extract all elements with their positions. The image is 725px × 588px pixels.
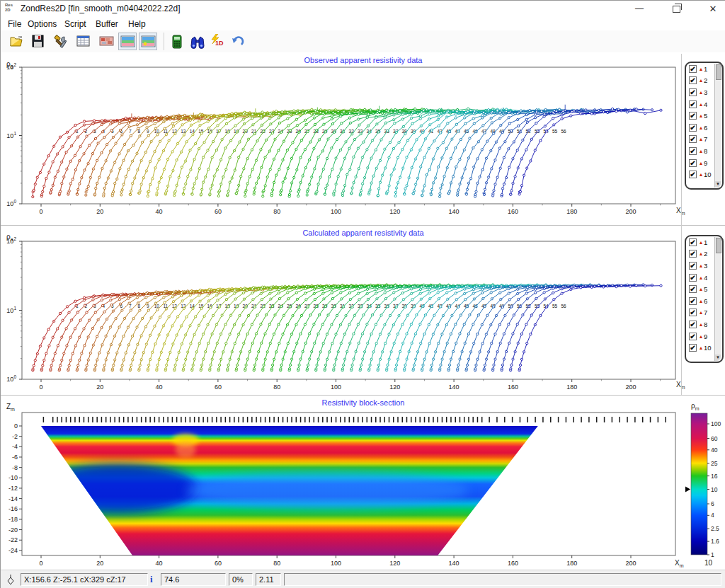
menu-help[interactable]: Help — [125, 18, 149, 30]
series-checkbox-1[interactable]: ✔ — [689, 238, 697, 246]
menu-script[interactable]: Script — [62, 18, 89, 30]
plumb-icon — [6, 575, 15, 586]
model-pseudosection-view-button[interactable] — [139, 33, 157, 50]
series-label: 6 — [704, 124, 707, 132]
series-marker-icon: ▴ — [700, 239, 702, 246]
legend-scrollbar[interactable]: ▼ — [714, 237, 721, 361]
svg-text:40: 40 — [156, 208, 163, 215]
svg-text:-22: -22 — [8, 536, 18, 543]
series-checkbox-9[interactable]: ✔ — [689, 159, 697, 167]
minimize-button[interactable]: — — [624, 1, 655, 17]
svg-text:10: 10 — [711, 486, 718, 493]
series-label: 1 — [704, 65, 707, 73]
app-window: Res 2D ZondRes2D [fin_smooth_m04042022.z… — [0, 0, 725, 588]
series-checkbox-7[interactable]: ✔ — [689, 309, 697, 316]
series-label: 4 — [704, 274, 707, 282]
svg-text:-14: -14 — [8, 495, 18, 502]
series-marker-icon: ▴ — [700, 148, 702, 154]
title-bar: Res 2D ZondRes2D [fin_smooth_m04042022.z… — [1, 1, 725, 17]
undo-button[interactable] — [229, 33, 247, 50]
series-checkbox-2[interactable]: ✔ — [689, 76, 697, 84]
inversion-1d-button[interactable]: 1D — [207, 33, 226, 50]
toolbar-separator — [164, 33, 164, 50]
svg-text:101: 101 — [6, 131, 16, 139]
series-marker-icon: ▴ — [700, 250, 702, 257]
svg-text:60: 60 — [215, 560, 222, 567]
series-label: 5 — [704, 285, 707, 293]
close-button[interactable]: ✕ — [697, 1, 725, 17]
block-section-plot[interactable]: 0-2-4-6-8-10-12-14-16-18-20-22-240204060… — [1, 396, 725, 570]
series-checkbox-6[interactable]: ✔ — [689, 297, 697, 305]
series-checkbox-5[interactable]: ✔ — [689, 112, 697, 120]
series-checkbox-1[interactable]: ✔ — [689, 65, 697, 73]
series-checkbox-3[interactable]: ✔ — [689, 88, 697, 96]
series-label: 7 — [704, 135, 707, 143]
svg-text:56: 56 — [561, 304, 566, 309]
series-marker-icon: ▴ — [700, 286, 702, 292]
menu-buffer[interactable]: Buffer — [93, 18, 121, 30]
series-label: 6 — [704, 297, 707, 305]
svg-text:200: 200 — [625, 384, 636, 391]
svg-text:60: 60 — [711, 435, 718, 442]
series-checkbox-3[interactable]: ✔ — [689, 262, 697, 270]
legend-scrollbar-thumb[interactable] — [716, 64, 721, 80]
series-checkbox-4[interactable]: ✔ — [689, 100, 697, 108]
menu-options[interactable]: Options — [25, 18, 59, 30]
app-icon-line1: Res — [5, 3, 17, 8]
series-label: 1 — [704, 238, 707, 246]
save-button[interactable] — [29, 33, 47, 50]
status-bar: X:156.6 Z:-25.1 cX:329 cZ:17 i 74.6 0% 2… — [1, 570, 725, 588]
svg-text:0: 0 — [39, 384, 42, 391]
series-checkbox-8[interactable]: ✔ — [689, 321, 697, 328]
open-folder-icon — [10, 35, 24, 48]
svg-text:120: 120 — [389, 384, 400, 391]
series-checkbox-2[interactable]: ✔ — [689, 250, 697, 258]
sections-with-model-icon — [141, 35, 156, 49]
series-label: 3 — [704, 88, 707, 96]
toolbar: 1D — [1, 30, 725, 53]
svg-text:55: 55 — [552, 129, 558, 134]
series-checkbox-10[interactable]: ✔ — [689, 344, 697, 352]
open-button[interactable] — [8, 33, 26, 50]
calculator-button[interactable] — [169, 33, 188, 50]
series-label: 10 — [704, 344, 712, 352]
svg-text:-12: -12 — [8, 485, 18, 492]
series-label: 9 — [704, 159, 707, 167]
series-checkbox-6[interactable]: ✔ — [689, 124, 697, 132]
series-marker-icon: ▴ — [700, 275, 702, 281]
legend-scrollbar[interactable]: ▼ — [714, 64, 721, 188]
series-marker-icon: ▴ — [700, 125, 702, 131]
series-checkbox-8[interactable]: ✔ — [689, 147, 697, 155]
svg-text:102: 102 — [6, 236, 16, 245]
legend-scroll-down-icon[interactable]: ▼ — [715, 354, 721, 361]
svg-text:10: 10 — [154, 129, 160, 134]
legend-scroll-down-icon[interactable]: ▼ — [715, 181, 721, 188]
search-button[interactable] — [188, 33, 206, 50]
calculator-icon — [171, 35, 183, 49]
legend-splitter[interactable] — [681, 54, 682, 395]
series-checkbox-5[interactable]: ✔ — [689, 285, 697, 293]
svg-text:200: 200 — [625, 560, 636, 567]
series-checkbox-7[interactable]: ✔ — [689, 135, 697, 143]
status-progress: 0% — [229, 573, 253, 586]
svg-text:20: 20 — [96, 384, 103, 391]
series-marker-icon: ▴ — [700, 345, 702, 351]
menu-file[interactable]: File — [5, 18, 24, 30]
series-marker-icon: ▴ — [700, 298, 702, 304]
calculated-chart-plot[interactable]: 1001011020204060801001201401601802001234… — [1, 226, 725, 396]
table-button[interactable] — [74, 33, 93, 50]
legend-scrollbar-thumb[interactable] — [716, 238, 721, 253]
observed-chart-plot[interactable]: 1001011020204060801001201401601802001234… — [1, 52, 725, 226]
svg-text:80: 80 — [273, 560, 280, 567]
settings-button[interactable] — [52, 33, 70, 50]
svg-text:-24: -24 — [8, 547, 18, 554]
series-checkbox-10[interactable]: ✔ — [689, 171, 697, 178]
svg-text:40: 40 — [711, 446, 718, 454]
restore-button[interactable] — [661, 1, 692, 17]
model-view-button[interactable] — [97, 33, 115, 50]
series-checkbox-9[interactable]: ✔ — [689, 333, 697, 340]
svg-text:140: 140 — [449, 384, 459, 391]
series-checkbox-4[interactable]: ✔ — [689, 274, 697, 282]
pseudosection-view-button[interactable] — [118, 33, 137, 50]
svg-text:40: 40 — [156, 560, 163, 567]
